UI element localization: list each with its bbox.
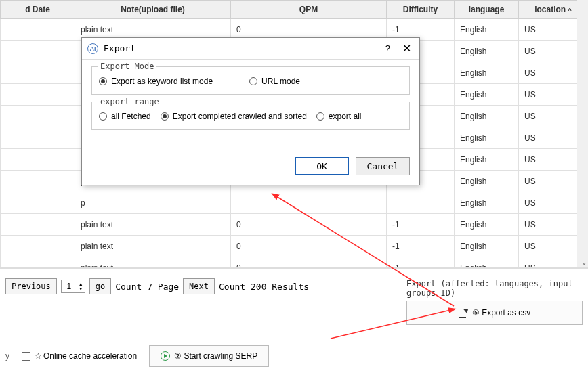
export-range-legend: export range [98,97,162,106]
table-row[interactable]: plain text0-1EnglishUS [1,236,588,257]
export-dialog: AI Export ? ✕ Export Mode Export as keyw… [81,37,420,186]
results-count-label: Count 200 Results [219,282,309,292]
go-button[interactable]: go [89,278,111,294]
cancel-button[interactable]: Cancel [356,157,410,175]
next-button[interactable]: Next [183,278,215,294]
export-mode-group: Export Mode Export as keyword list mode … [91,66,410,95]
close-icon[interactable]: ✕ [400,42,414,55]
col-difficulty[interactable]: Difficulty [387,1,455,19]
export-icon [459,308,468,318]
radio-keyword-list[interactable]: Export as keyword list mode [99,77,213,86]
table-row[interactable]: plain text0-1EnglishUS [1,257,588,268]
play-icon [161,351,170,361]
prev-button[interactable]: Previous [5,278,57,294]
truncated-label: y [5,351,9,361]
cache-checkbox[interactable]: ☆ Online cache acceleration [22,351,137,361]
page-count-label: Count 7 Page [115,282,179,292]
export-affected-label: Export (affected: languages, input group… [406,279,583,298]
export-mode-legend: Export Mode [98,62,156,71]
dialog-icon: AI [87,43,98,54]
radio-completed-sorted[interactable]: Export completed crawled and sorted [161,112,307,121]
radio-url-mode[interactable]: URL mode [249,77,300,86]
export-range-group: export range all Fetched Export complete… [91,102,410,130]
dialog-title: Export [104,43,385,53]
page-up-icon[interactable]: ▲ [77,282,85,286]
star-icon: ☆ [35,351,42,361]
export-csv-button[interactable]: ⑤ Export as csv [406,301,583,325]
col-note[interactable]: Note(upload file) [75,1,231,19]
start-crawling-button[interactable]: ② Start crawling SERP [149,345,269,367]
radio-all-fetched[interactable]: all Fetched [99,112,151,121]
radio-export-all[interactable]: export all [316,112,362,121]
col-date[interactable]: d Date [1,1,75,19]
ok-button[interactable]: OK [295,157,349,175]
table-row[interactable]: pEnglishUS [1,192,588,214]
page-down-icon[interactable]: ▼ [77,286,85,291]
page-spinner[interactable]: ▲▼ [61,280,85,293]
help-icon[interactable]: ? [385,43,390,53]
vertical-scrollbar[interactable] [577,0,588,267]
col-qpm[interactable]: QPM [231,1,387,19]
table-row[interactable]: plain text0-1EnglishUS [1,214,588,236]
scroll-down-icon[interactable]: ⌄ [581,259,587,266]
col-language[interactable]: language [455,1,519,19]
page-input[interactable] [62,280,77,292]
